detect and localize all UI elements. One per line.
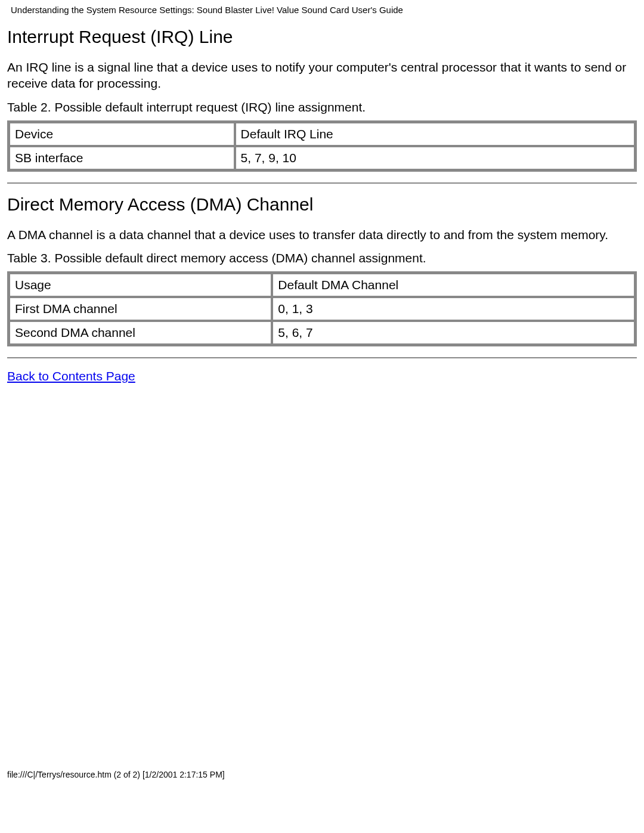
- irq-table-caption: Table 2. Possible default interrupt requ…: [7, 100, 637, 114]
- irq-col2-header: Default IRQ Line: [236, 123, 634, 145]
- irq-col1-header: Device: [10, 123, 234, 145]
- irq-row1-col2: 5, 7, 9, 10: [236, 147, 634, 169]
- dma-heading: Direct Memory Access (DMA) Channel: [7, 194, 637, 215]
- dma-row1-col2: 0, 1, 3: [273, 298, 634, 320]
- dma-row2-col2: 5, 6, 7: [273, 321, 634, 344]
- irq-row1-col1: SB interface: [10, 147, 234, 169]
- table-row: Device Default IRQ Line: [10, 123, 634, 145]
- table-row: SB interface 5, 7, 9, 10: [10, 147, 634, 169]
- irq-paragraph: An IRQ line is a signal line that a devi…: [7, 59, 637, 92]
- section-divider: [7, 182, 637, 184]
- table-row: First DMA channel 0, 1, 3: [10, 298, 634, 320]
- irq-table: Device Default IRQ Line SB interface 5, …: [7, 120, 637, 172]
- dma-row1-col1: First DMA channel: [10, 298, 271, 320]
- document-header: Understanding the System Resource Settin…: [0, 0, 644, 18]
- section-divider: [7, 357, 637, 358]
- dma-paragraph: A DMA channel is a data channel that a d…: [7, 227, 637, 243]
- dma-col1-header: Usage: [10, 274, 271, 296]
- dma-row2-col1: Second DMA channel: [10, 321, 271, 344]
- table-row: Second DMA channel 5, 6, 7: [10, 321, 634, 344]
- dma-table-caption: Table 3. Possible default direct memory …: [7, 251, 637, 265]
- back-to-contents-link[interactable]: Back to Contents Page: [7, 369, 135, 383]
- page-footer: file:///C|/Terrys/resource.htm (2 of 2) …: [0, 770, 644, 785]
- table-row: Usage Default DMA Channel: [10, 274, 634, 296]
- irq-heading: Interrupt Request (IRQ) Line: [7, 27, 637, 47]
- page-content: Interrupt Request (IRQ) Line An IRQ line…: [0, 27, 644, 770]
- dma-col2-header: Default DMA Channel: [273, 274, 634, 296]
- dma-table: Usage Default DMA Channel First DMA chan…: [7, 271, 637, 346]
- blank-space: [7, 383, 637, 765]
